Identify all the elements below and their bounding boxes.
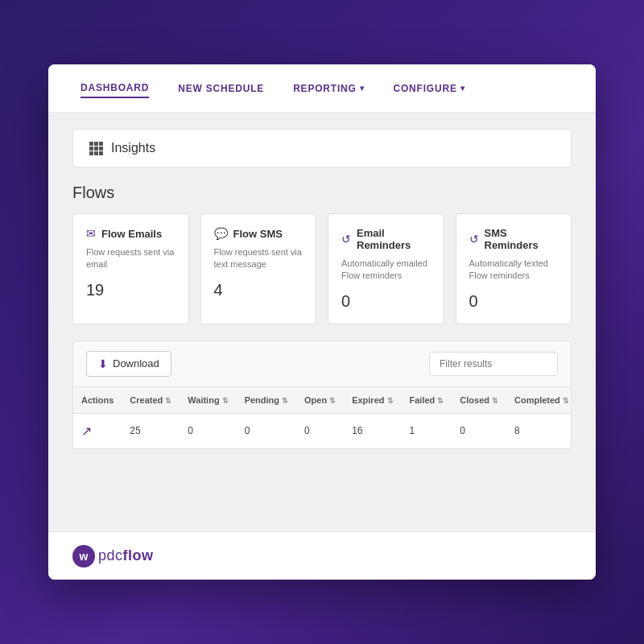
sort-open-icon: ⇅ xyxy=(329,397,336,405)
sort-failed-icon: ⇅ xyxy=(437,397,444,405)
flows-table-section: ⬇ Download Actions Created⇅ Waiting⇅ Pen… xyxy=(72,341,572,449)
col-waiting[interactable]: Waiting⇅ xyxy=(180,387,236,414)
flow-cards: ✉ Flow Emails Flow requests sent via ema… xyxy=(72,213,572,324)
col-pending[interactable]: Pending⇅ xyxy=(237,387,296,414)
table-toolbar: ⬇ Download xyxy=(73,341,571,387)
email-reminder-icon: ↺ xyxy=(341,233,351,246)
nav-reporting[interactable]: REPORTING ▾ xyxy=(293,80,364,97)
flow-emails-desc: Flow requests sent via email xyxy=(86,246,175,271)
cell-waiting: 0 xyxy=(180,413,236,448)
cell-failed: 1 xyxy=(402,413,452,448)
email-reminders-desc: Automatically emailed Flow reminders xyxy=(341,258,431,283)
sort-created-icon: ⇅ xyxy=(165,397,171,405)
insights-title: Insights xyxy=(111,141,155,155)
main-nav: DASHBOARD NEW SCHEDULE REPORTING ▾ CONFI… xyxy=(48,64,596,113)
flow-emails-card: ✉ Flow Emails Flow requests sent via ema… xyxy=(72,213,189,324)
sms-reminder-icon: ↺ xyxy=(469,233,479,246)
nav-new-schedule[interactable]: NEW SCHEDULE xyxy=(178,80,264,97)
cell-closed: 0 xyxy=(452,413,506,448)
reporting-chevron-icon: ▾ xyxy=(360,84,365,93)
sms-reminders-desc: Automatically texted Flow reminders xyxy=(469,258,559,283)
flow-sms-desc: Flow requests sent via text message xyxy=(214,246,303,271)
download-button[interactable]: ⬇ Download xyxy=(86,351,171,377)
col-actions: Actions xyxy=(73,387,122,414)
sms-reminders-title: SMS Reminders xyxy=(485,227,559,251)
flows-title: Flows xyxy=(72,184,572,202)
insights-header: Insights xyxy=(72,129,572,167)
cell-open: 0 xyxy=(296,413,344,448)
open-link-icon[interactable]: ↗ xyxy=(81,424,92,438)
col-created[interactable]: Created⇅ xyxy=(122,387,180,414)
flow-sms-value: 4 xyxy=(214,281,303,299)
sort-waiting-icon: ⇅ xyxy=(222,397,229,405)
cell-actions[interactable]: ↗ xyxy=(73,413,122,448)
footer: w pdcflow xyxy=(48,531,596,580)
sort-pending-icon: ⇅ xyxy=(282,397,288,405)
flow-sms-title: Flow SMS xyxy=(233,228,283,240)
sms-reminders-card: ↺ SMS Reminders Automatically texted Flo… xyxy=(456,213,572,324)
cell-completed: 8 xyxy=(506,413,572,448)
configure-chevron-icon: ▾ xyxy=(460,84,465,93)
email-icon: ✉ xyxy=(86,227,96,240)
grid-icon xyxy=(89,142,103,155)
filter-input[interactable] xyxy=(429,352,558,376)
sort-closed-icon: ⇅ xyxy=(492,397,498,405)
download-icon: ⬇ xyxy=(98,357,108,370)
logo: w pdcflow xyxy=(72,545,154,568)
cell-created: 25 xyxy=(122,413,180,448)
app-window: DASHBOARD NEW SCHEDULE REPORTING ▾ CONFI… xyxy=(48,64,596,580)
logo-icon: w xyxy=(72,545,95,568)
nav-configure[interactable]: CONFIGURE ▾ xyxy=(394,80,465,97)
table-header-row: Actions Created⇅ Waiting⇅ Pending⇅ Open⇅… xyxy=(73,387,572,414)
col-closed[interactable]: Closed⇅ xyxy=(452,387,506,414)
col-failed[interactable]: Failed⇅ xyxy=(402,387,452,414)
sort-expired-icon: ⇅ xyxy=(387,397,394,405)
cell-expired: 16 xyxy=(344,413,401,448)
col-expired[interactable]: Expired⇅ xyxy=(344,387,401,414)
main-content: Insights Flows ✉ Flow Emails Flow reques… xyxy=(48,113,596,531)
email-reminders-card: ↺ Email Reminders Automatically emailed … xyxy=(328,213,444,324)
col-open[interactable]: Open⇅ xyxy=(296,387,344,414)
cell-pending: 0 xyxy=(237,413,296,448)
sort-completed-icon: ⇅ xyxy=(563,397,569,405)
nav-dashboard[interactable]: DASHBOARD xyxy=(80,79,149,98)
logo-text: pdcflow xyxy=(98,547,154,564)
flow-emails-value: 19 xyxy=(86,281,175,299)
email-reminders-title: Email Reminders xyxy=(357,227,431,251)
flow-emails-title: Flow Emails xyxy=(101,228,162,240)
email-reminders-value: 0 xyxy=(341,292,431,311)
sms-reminders-value: 0 xyxy=(469,292,559,311)
flow-sms-card: 💬 Flow SMS Flow requests sent via text m… xyxy=(200,213,317,324)
sms-icon: 💬 xyxy=(214,227,228,240)
flows-table: Actions Created⇅ Waiting⇅ Pending⇅ Open⇅… xyxy=(73,387,572,448)
col-completed[interactable]: Completed⇅ xyxy=(506,387,572,414)
table-row: ↗ 25 0 0 0 16 1 0 8 32 xyxy=(73,413,572,448)
